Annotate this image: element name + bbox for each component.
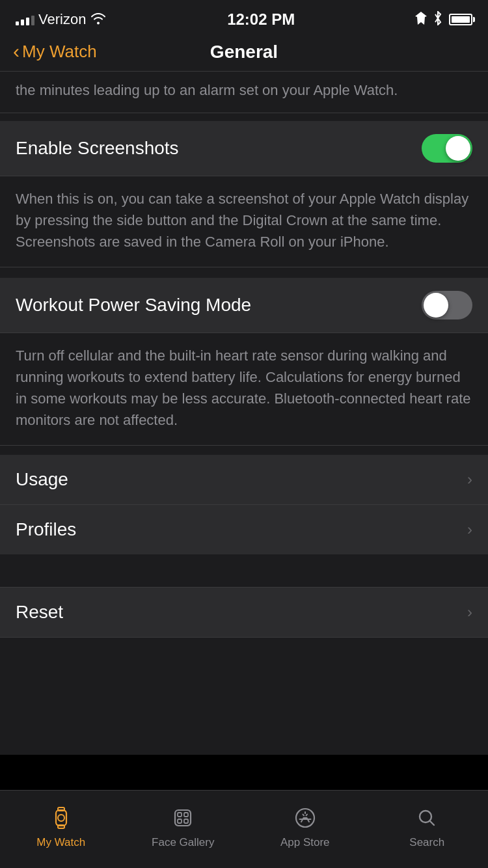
app-store-tab-label: App Store — [280, 836, 330, 849]
usage-chevron-icon: › — [467, 470, 472, 489]
wifi-icon — [90, 12, 107, 28]
toggle-thumb — [446, 136, 470, 161]
svg-point-3 — [58, 815, 64, 821]
workout-power-saving-description: Turn off cellular and the built-in heart… — [0, 333, 488, 446]
back-button[interactable]: ‹ My Watch — [13, 42, 97, 62]
bottom-gap — [0, 638, 488, 677]
nav-bar: ‹ My Watch General — [0, 35, 488, 72]
my-watch-icon — [47, 804, 75, 832]
status-left: Verizon — [16, 11, 107, 28]
profiles-label: Profiles — [16, 519, 76, 540]
status-bar: Verizon 12:02 PM — [0, 0, 488, 35]
tab-my-watch[interactable]: My Watch — [0, 804, 122, 856]
back-chevron-icon: ‹ — [13, 42, 20, 61]
reset-chevron-icon: › — [467, 603, 472, 621]
usage-row[interactable]: Usage › — [0, 455, 488, 505]
large-gap — [0, 554, 488, 587]
svg-rect-7 — [178, 819, 182, 823]
enable-screenshots-section: Enable Screenshots — [0, 121, 488, 176]
tab-app-store[interactable]: App Store — [244, 804, 366, 856]
reset-section: Reset › — [0, 587, 488, 638]
search-tab-label: Search — [409, 836, 444, 849]
toggle-thumb — [424, 293, 448, 318]
svg-rect-4 — [175, 810, 191, 826]
profiles-row[interactable]: Profiles › — [0, 505, 488, 554]
enable-screenshots-toggle[interactable] — [422, 134, 472, 163]
enable-screenshots-description: When this is on, you can take a screensh… — [0, 176, 488, 267]
reset-row[interactable]: Reset › — [0, 588, 488, 637]
bluetooth-icon — [433, 11, 442, 29]
tab-bar: My Watch Face Gallery App Store — [0, 790, 488, 868]
reset-label: Reset — [16, 602, 63, 623]
my-watch-tab-label: My Watch — [36, 836, 85, 849]
face-gallery-icon — [169, 804, 197, 832]
usage-label: Usage — [16, 469, 68, 490]
workout-power-saving-section: Workout Power Saving Mode — [0, 278, 488, 333]
enable-screenshots-label: Enable Screenshots — [16, 138, 179, 159]
time-label: 12:02 PM — [227, 10, 295, 29]
search-icon — [413, 804, 441, 832]
svg-rect-1 — [58, 807, 64, 811]
svg-rect-8 — [184, 819, 188, 823]
workout-power-saving-row: Workout Power Saving Mode — [0, 278, 488, 333]
page-title: General — [210, 42, 278, 62]
svg-rect-6 — [184, 813, 188, 817]
top-partial-text: the minutes leading up to an alarm set o… — [0, 72, 488, 113]
tab-search[interactable]: Search — [366, 804, 489, 856]
face-gallery-tab-label: Face Gallery — [152, 836, 214, 849]
back-label: My Watch — [22, 42, 97, 62]
nav-list: Usage › Profiles › — [0, 455, 488, 554]
app-store-icon — [291, 804, 319, 832]
workout-power-saving-label: Workout Power Saving Mode — [16, 295, 251, 316]
carrier-label: Verizon — [38, 11, 86, 28]
content: the minutes leading up to an alarm set o… — [0, 72, 488, 755]
svg-rect-2 — [58, 825, 64, 828]
battery-icon — [449, 14, 472, 25]
status-right — [415, 11, 472, 29]
svg-rect-5 — [178, 813, 182, 817]
signal-bars-icon — [16, 14, 34, 25]
location-icon — [415, 12, 427, 28]
workout-power-saving-toggle[interactable] — [422, 291, 472, 319]
svg-line-11 — [430, 821, 435, 825]
tab-bar-spacer — [0, 677, 488, 755]
profiles-chevron-icon: › — [467, 521, 472, 539]
enable-screenshots-row: Enable Screenshots — [0, 121, 488, 176]
tab-face-gallery[interactable]: Face Gallery — [122, 804, 245, 856]
